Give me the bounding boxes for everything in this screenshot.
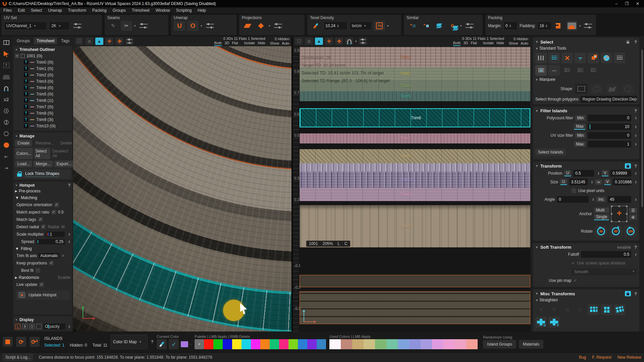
snap-dropdown-icon[interactable]: ▾: [355, 40, 357, 43]
opacity-field[interactable]: Opacity: [43, 323, 65, 329]
mode-both[interactable]: Both: [453, 41, 461, 46]
mode-flat[interactable]: Flat: [232, 41, 238, 46]
marquee-lasso-icon[interactable]: [590, 84, 603, 94]
projections-options-icon[interactable]: [272, 21, 284, 31]
color-map-select[interactable]: Color ID Map▾: [111, 335, 148, 349]
shaded-view-icon[interactable]: ◇: [85, 38, 93, 45]
mode-3d[interactable]: 3D: [463, 41, 468, 46]
palette-swatch[interactable]: [298, 339, 307, 349]
soft-enable-toggle[interactable]: enable: [617, 245, 631, 250]
palette-swatch[interactable]: [260, 339, 270, 349]
matching-header[interactable]: ▼Matching: [15, 194, 70, 201]
fitting-header[interactable]: ▼Fitting: [15, 245, 70, 252]
menu-item[interactable]: Transform: [68, 8, 86, 13]
anchor-single-button[interactable]: Single: [594, 214, 609, 220]
pin-map-checkbox[interactable]: ✓: [573, 278, 577, 283]
snap-magnet-icon[interactable]: [345, 38, 353, 45]
focus-all-icon[interactable]: ✜: [335, 38, 343, 45]
manage-header[interactable]: ▼Manage: [15, 134, 70, 138]
randomize-colors-icon[interactable]: ⟳: [16, 337, 26, 347]
position-v-field[interactable]: 0.59999: [610, 170, 631, 177]
select-islands-button[interactable]: Select Islands: [535, 149, 566, 156]
used-color-swatch[interactable]: [421, 339, 432, 349]
view-options-icon[interactable]: [125, 38, 133, 45]
show-button[interactable]: Show: [509, 41, 518, 46]
palette-swatch[interactable]: [279, 339, 288, 349]
preprocess-header[interactable]: ▸Pre-process: [15, 188, 70, 194]
pack-islands-icon[interactable]: [554, 21, 565, 31]
collapse-icon[interactable]: −: [15, 54, 19, 58]
frame-view-icon[interactable]: ⛶: [295, 38, 303, 45]
seams-dropdown-icon[interactable]: ▾: [134, 24, 136, 27]
scale-multiplier-field[interactable]: 1: [46, 232, 65, 237]
tool-disabled-2-icon[interactable]: [575, 65, 586, 76]
status-link[interactable]: F. Request: [592, 355, 611, 360]
falloff-curve-select[interactable]: Smooth▾: [572, 268, 637, 275]
palette-swatch[interactable]: [213, 339, 223, 349]
similar-dropdown-icon[interactable]: ▾: [460, 24, 462, 27]
trim-band[interactable]: Trim6: [300, 108, 530, 127]
uvset-options-icon[interactable]: [72, 21, 83, 31]
menu-item[interactable]: Help: [198, 8, 206, 13]
focus-selection-icon[interactable]: ✛: [105, 38, 113, 45]
packing-options-icon[interactable]: [583, 21, 593, 31]
seams-options-icon[interactable]: [138, 21, 149, 31]
tool-deselect-icon[interactable]: ✕: [561, 53, 573, 63]
trim-fit-clear-icon[interactable]: ✕: [61, 253, 65, 258]
trim-fit-axis-field[interactable]: Automatic: [39, 253, 59, 258]
menu-item[interactable]: Edit: [18, 8, 25, 13]
show-button[interactable]: Show: [270, 41, 279, 46]
unwrap-u-button[interactable]: U: [174, 21, 185, 31]
transform-lock-icon[interactable]: [625, 163, 631, 169]
anchor-bars-icon[interactable]: ☰: [629, 208, 637, 213]
x2-symmetry-icon[interactable]: x2: [2, 96, 10, 103]
stack-islands-icon[interactable]: [433, 21, 445, 31]
palette-swatch[interactable]: [251, 339, 260, 349]
packing-dropdown-icon[interactable]: ▾: [579, 24, 581, 27]
straighten-grid-v-icon[interactable]: [601, 304, 612, 315]
match-aspect-value[interactable]: 0.5: [58, 210, 64, 215]
auto-button[interactable]: Auto: [521, 41, 528, 46]
unwrap-options-icon[interactable]: [204, 21, 216, 31]
seam-brush-icon[interactable]: ✎: [107, 21, 119, 31]
padding-field[interactable]: 16▲▼: [537, 21, 551, 30]
trim-row[interactable]: T Trim0 (0i): [15, 59, 70, 65]
match-tags-checkbox[interactable]: ✓: [38, 217, 43, 222]
pack-quality-icon[interactable]: [567, 21, 577, 31]
used-color-swatch[interactable]: [409, 339, 421, 349]
menu-item[interactable]: Select: [31, 8, 42, 13]
colors-button[interactable]: Colors...: [15, 148, 33, 159]
straighten-diag-icon[interactable]: ///: [575, 304, 586, 315]
viewport-3d-canvas[interactable]: [73, 46, 291, 331]
select-all-button[interactable]: Select All: [34, 148, 51, 159]
rotate-cw-90-button[interactable]: 90: [609, 225, 622, 237]
current-color-more-icon[interactable]: ›: [190, 343, 191, 346]
marquee-rect-icon[interactable]: [575, 84, 588, 94]
island-mode-icon[interactable]: [2, 141, 10, 149]
td-unit-select[interactable]: tx/cm▾: [350, 21, 372, 30]
angle-field[interactable]: 0: [557, 196, 589, 203]
td-value-field[interactable]: 10.24▲▼: [323, 21, 347, 30]
stack-selected-icon[interactable]: [447, 21, 458, 31]
island-groups-button[interactable]: Island Groups: [483, 340, 516, 349]
status-link[interactable]: New Release: [618, 355, 641, 360]
tool-grid-dot-icon[interactable]: [535, 65, 547, 76]
maximize-button[interactable]: ❐: [625, 1, 629, 6]
poly-max-field[interactable]: 10: [588, 123, 631, 130]
tool-select-all-icon[interactable]: [548, 53, 560, 63]
best-fit-checkbox[interactable]: ✓: [36, 268, 40, 273]
shaded-view-icon[interactable]: ◇: [305, 38, 313, 45]
root-checkbox[interactable]: [21, 54, 25, 58]
merge-button[interactable]: Merge...: [34, 161, 53, 167]
tool-disabled-1-icon[interactable]: [561, 65, 573, 76]
status-link[interactable]: Bug: [579, 355, 586, 360]
misc-help-icon[interactable]: ?: [634, 291, 637, 296]
palette-swatch[interactable]: [307, 339, 317, 349]
edge-mode-icon[interactable]: [2, 119, 10, 126]
used-color-swatch[interactable]: [352, 339, 364, 349]
straighten-plus-u-icon[interactable]: U: [535, 317, 547, 327]
palette-help-icon[interactable]: ?: [151, 340, 153, 344]
trim-row[interactable]: T Trim7 (0i): [15, 104, 70, 110]
marquee-header[interactable]: ▼ Marquee: [535, 77, 637, 82]
menu-item[interactable]: Scripting: [176, 8, 192, 13]
